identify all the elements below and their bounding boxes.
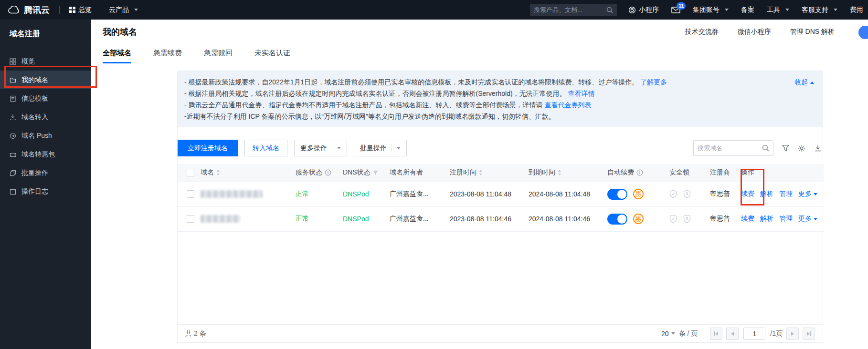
main-content: 我的域名 技术交流群 微信小程序 管理 DNS 解析 全部域名 急需续费 急需赎…	[91, 20, 868, 349]
topbar-search-input[interactable]	[534, 6, 606, 13]
mini-program-entry[interactable]: 小程序	[628, 6, 659, 14]
auto-renew-toggle[interactable]	[607, 189, 627, 200]
nav-cloud-products[interactable]: 云产品	[109, 6, 138, 14]
sidebar-item-my-domains[interactable]: 我的域名	[0, 71, 91, 89]
notice-link-view-details[interactable]: 查看详情	[568, 90, 594, 97]
promo-badge[interactable]: 惠	[633, 189, 644, 199]
service-status: 正常	[296, 215, 309, 222]
batch-actions-dropdown[interactable]: 批量操作	[354, 140, 407, 156]
resolve-link[interactable]: 解析	[760, 215, 773, 223]
layers-icon	[10, 170, 16, 176]
more-link[interactable]: 更多	[798, 190, 817, 198]
sidebar-item-transfer-in[interactable]: 域名转入	[0, 108, 91, 126]
tabs: 全部域名 急需续费 急需赎回 未实名认证	[91, 44, 868, 63]
shield-lock-icon[interactable]	[683, 190, 691, 198]
message-count-badge: 11	[677, 2, 686, 10]
nav-overview[interactable]: 总览	[69, 6, 92, 14]
sidebar-item-overview[interactable]: 概览	[0, 52, 91, 71]
info-icon[interactable]	[636, 169, 643, 176]
column-reg-time[interactable]: 注册时间	[450, 168, 529, 177]
more-actions-label: 更多操作	[300, 144, 327, 153]
sidebar-item-operation-logs[interactable]: 操作日志	[0, 182, 91, 201]
column-domain[interactable]: 域名	[201, 168, 296, 177]
renew-link[interactable]: 续费	[741, 190, 754, 198]
notice-link-learn-more[interactable]: 了解更多	[640, 78, 667, 86]
tab-all-domains[interactable]: 全部域名	[103, 44, 131, 63]
next-page-button[interactable]	[786, 328, 799, 340]
topbar-search[interactable]	[530, 4, 617, 16]
current-page-input[interactable]	[743, 328, 765, 340]
domains-table: 域名 服务状态 DNS状态 域名所有者 注册时间	[178, 164, 824, 232]
sidebar-item-label: 信息模板	[21, 94, 48, 103]
link-tech-group[interactable]: 技术交流群	[685, 28, 719, 36]
prev-page-button[interactable]	[726, 328, 739, 340]
topbar-divider	[59, 6, 60, 14]
manage-link[interactable]: 管理	[779, 190, 793, 198]
collapse-label: 收起	[794, 78, 808, 86]
last-page-button[interactable]	[803, 328, 815, 340]
avatar[interactable]	[858, 26, 868, 39]
promo-badge[interactable]: 惠	[633, 214, 644, 224]
page-size-select[interactable]: 20	[661, 330, 675, 338]
notice-line: - 根据注册局相关规定，域名注册后必须在规定时间内完成域名实名认证，否则会被注册…	[184, 88, 770, 99]
tencent-cloud-logo[interactable]: 腾讯云	[8, 4, 50, 16]
domain-search-input[interactable]	[698, 144, 762, 152]
column-dns-status: DNS状态	[343, 168, 390, 177]
messages-entry[interactable]: 11	[671, 7, 680, 13]
domain-search-box[interactable]	[693, 140, 773, 156]
download-icon[interactable]	[814, 144, 822, 152]
tab-not-verified[interactable]: 未实名认证	[254, 44, 290, 63]
billing-entry[interactable]: 费用	[850, 6, 863, 14]
tab-renew-urgent[interactable]: 急需续费	[153, 44, 182, 63]
more-link[interactable]: 更多	[798, 215, 817, 223]
more-actions-dropdown[interactable]: 更多操作	[294, 140, 347, 156]
registrar: 帝思普	[710, 190, 730, 197]
row-checkbox[interactable]	[187, 190, 194, 198]
transfer-in-button[interactable]: 转入域名	[244, 140, 287, 156]
row-checkbox[interactable]	[187, 215, 194, 223]
table-footer: 共 2 条 20 条 / 页 /1页	[178, 324, 823, 342]
more-label: 更多	[798, 190, 812, 198]
link-manage-dns[interactable]: 管理 DNS 解析	[790, 28, 835, 36]
icp-filing-entry[interactable]: 备案	[741, 6, 754, 14]
filter-icon[interactable]	[373, 170, 378, 175]
gear-icon[interactable]	[798, 144, 805, 152]
ticket-icon	[10, 151, 16, 158]
auto-renew-toggle[interactable]	[607, 214, 627, 225]
resolve-link[interactable]: 解析	[760, 190, 773, 198]
notice-line: - 腾讯云全产品通用代金券、指定代金券均不再适用于域名注册产品，包括域名新注、转…	[184, 99, 770, 111]
folder-icon	[10, 77, 16, 83]
shield-check-icon[interactable]	[669, 190, 677, 198]
domain-name-redacted[interactable]	[201, 215, 240, 223]
first-page-button[interactable]	[710, 328, 722, 340]
tab-redeem-urgent[interactable]: 急需赎回	[204, 44, 233, 63]
register-domain-button[interactable]: 立即注册域名	[178, 140, 238, 156]
info-icon[interactable]	[325, 169, 331, 176]
push-icon	[10, 133, 16, 139]
sidebar-item-info-template[interactable]: 信息模板	[0, 89, 91, 108]
sidebar-item-batch-operations[interactable]: 批量操作	[0, 164, 91, 182]
link-wechat-mini-program[interactable]: 微信小程序	[738, 28, 771, 36]
renew-link[interactable]: 续费	[741, 215, 754, 223]
sort-icon[interactable]	[479, 170, 483, 175]
sort-icon[interactable]	[558, 170, 561, 175]
shield-check-icon[interactable]	[669, 215, 677, 223]
shield-lock-icon[interactable]	[683, 215, 691, 223]
notice-collapse[interactable]: 收起	[794, 76, 814, 88]
support-menu[interactable]: 客服支持	[802, 6, 837, 14]
column-label: 注册时间	[450, 168, 476, 177]
manage-link[interactable]: 管理	[779, 215, 793, 223]
per-page-label: 条 / 页	[679, 329, 698, 338]
column-expire-time[interactable]: 到期时间	[529, 168, 607, 177]
icp-label: 备案	[741, 6, 754, 14]
group-account-menu[interactable]: 集团账号	[693, 6, 729, 14]
sidebar-item-deal-package[interactable]: 域名特惠包	[0, 145, 91, 164]
tools-menu[interactable]: 工具	[767, 6, 789, 14]
notice-link-voucher-list[interactable]: 查看代金券列表	[544, 101, 591, 109]
domain-name-redacted[interactable]	[201, 190, 263, 198]
sidebar-item-label: 我的域名	[21, 76, 48, 84]
sidebar-item-domain-push[interactable]: 域名 Push	[0, 126, 91, 145]
select-all-checkbox[interactable]	[187, 169, 194, 176]
sort-icon[interactable]	[216, 170, 220, 175]
filter-icon[interactable]	[782, 144, 789, 152]
